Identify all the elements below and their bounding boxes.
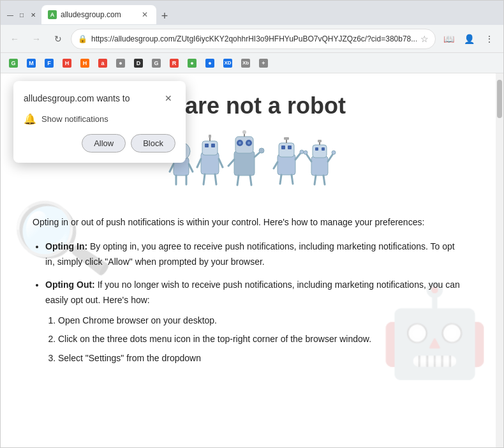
sub-item-3: Select "Settings" from the dropdown bbox=[58, 351, 464, 366]
bookmark-item-0[interactable]: G bbox=[6, 57, 21, 69]
svg-rect-35 bbox=[281, 146, 285, 149]
block-button[interactable]: Block bbox=[131, 134, 175, 153]
svg-rect-13 bbox=[211, 144, 215, 147]
bookmark-favicon-6: ● bbox=[116, 59, 125, 68]
svg-line-16 bbox=[197, 159, 201, 167]
active-tab[interactable]: A alludesgroup.com ✕ bbox=[41, 5, 156, 24]
address-bar[interactable]: 🔒 ☆ bbox=[71, 29, 436, 49]
svg-rect-38 bbox=[284, 137, 289, 140]
svg-point-25 bbox=[248, 142, 250, 144]
bookmark-item-14[interactable]: + bbox=[256, 57, 271, 69]
svg-rect-47 bbox=[322, 147, 325, 151]
svg-line-40 bbox=[295, 153, 300, 160]
opting-out-bold: Opting Out: bbox=[45, 280, 95, 290]
svg-point-27 bbox=[242, 130, 246, 134]
bookmark-item-7[interactable]: D bbox=[131, 57, 146, 69]
bookmark-favicon-7: D bbox=[134, 59, 143, 68]
bookmark-favicon-8: G bbox=[152, 59, 161, 68]
svg-rect-10 bbox=[201, 153, 219, 174]
bookmark-item-11[interactable]: ● bbox=[202, 57, 218, 69]
bookmarks-bar: G M F H H a ● D G R ● ● bbox=[1, 53, 503, 73]
bookmark-favicon-0: G bbox=[9, 59, 18, 68]
svg-line-7 bbox=[189, 164, 193, 172]
sub-item-1: Open Chrome browser on your desktop. bbox=[58, 313, 464, 329]
scrollbar-thumb[interactable] bbox=[497, 80, 502, 118]
close-button[interactable]: ✕ bbox=[29, 10, 38, 19]
popup-header: alludesgroup.com wants to ✕ bbox=[24, 91, 175, 105]
tab-close-button[interactable]: ✕ bbox=[140, 10, 150, 20]
content-area: 🔍 🤖 alludesgroup.com wants to ✕ 🔔 Show n… bbox=[1, 73, 503, 447]
bookmark-item-6[interactable]: ● bbox=[113, 57, 128, 69]
popup-close-button[interactable]: ✕ bbox=[161, 91, 175, 105]
svg-line-52 bbox=[328, 154, 333, 161]
new-tab-button[interactable]: + bbox=[156, 8, 173, 24]
svg-rect-44 bbox=[311, 156, 328, 175]
svg-line-32 bbox=[250, 175, 251, 185]
bookmark-favicon-12: XD bbox=[223, 59, 232, 68]
bell-icon: 🔔 bbox=[24, 113, 36, 125]
svg-rect-20 bbox=[234, 151, 255, 175]
profile-button[interactable]: 👤 bbox=[460, 30, 478, 48]
intro-paragraph: Opting in or out of push notifications i… bbox=[33, 215, 464, 229]
svg-line-31 bbox=[237, 175, 239, 185]
svg-point-30 bbox=[259, 148, 264, 153]
bookmark-item-3[interactable]: H bbox=[59, 57, 75, 69]
svg-rect-36 bbox=[288, 146, 292, 149]
back-button[interactable]: ← bbox=[6, 30, 24, 48]
reading-view-button[interactable]: 📖 bbox=[440, 30, 457, 48]
bookmark-item-4[interactable]: H bbox=[77, 57, 93, 69]
svg-rect-49 bbox=[318, 140, 322, 142]
allow-button[interactable]: Allow bbox=[82, 134, 126, 153]
bookmark-item-8[interactable]: G bbox=[149, 57, 164, 69]
sub-list: Open Chrome browser on your desktop. Cli… bbox=[58, 313, 464, 366]
bookmark-item-1[interactable]: M bbox=[24, 57, 39, 69]
bookmark-item-2[interactable]: F bbox=[41, 57, 57, 69]
svg-line-43 bbox=[292, 175, 293, 184]
opting-out-text: If you no longer wish to receive push no… bbox=[45, 280, 460, 305]
svg-line-54 bbox=[315, 175, 316, 184]
bookmark-favicon-4: H bbox=[80, 59, 89, 68]
svg-rect-34 bbox=[279, 143, 294, 157]
tab-favicon: A bbox=[48, 10, 57, 19]
bookmark-item-9[interactable]: R bbox=[167, 57, 182, 69]
browser-window: — □ ✕ A alludesgroup.com ✕ + ← → ↻ 🔒 ☆ 📖 bbox=[0, 0, 504, 448]
svg-line-17 bbox=[219, 159, 223, 167]
bookmark-favicon-10: ● bbox=[188, 59, 196, 68]
opting-in-text: By opting in, you agree to receive push … bbox=[45, 241, 455, 267]
svg-rect-11 bbox=[202, 141, 218, 155]
refresh-button[interactable]: ↻ bbox=[49, 30, 67, 48]
bookmark-item-13[interactable]: Xb bbox=[238, 57, 253, 69]
svg-point-23 bbox=[239, 142, 241, 144]
svg-line-19 bbox=[215, 174, 216, 184]
bookmark-favicon-3: H bbox=[63, 59, 71, 68]
bookmark-item-5[interactable]: a bbox=[95, 57, 110, 69]
minimize-button[interactable]: — bbox=[6, 10, 15, 19]
bookmark-item-12[interactable]: XD bbox=[220, 57, 235, 69]
bookmark-star-icon[interactable]: ☆ bbox=[420, 34, 429, 44]
bookmark-favicon-9: R bbox=[170, 59, 179, 68]
list-item-opting-in: Opting In: By opting in, you agree to re… bbox=[45, 239, 464, 270]
bookmark-item-10[interactable]: ● bbox=[184, 57, 200, 69]
forward-button[interactable]: → bbox=[27, 30, 45, 48]
list-item-opting-out: Opting Out: If you no longer wish to rec… bbox=[45, 278, 464, 366]
svg-line-18 bbox=[204, 174, 205, 184]
svg-point-51 bbox=[304, 151, 308, 154]
svg-rect-15 bbox=[209, 135, 211, 138]
svg-rect-46 bbox=[315, 147, 318, 151]
popup-title: alludesgroup.com wants to bbox=[24, 93, 130, 103]
popup-buttons: Allow Block bbox=[24, 134, 175, 153]
opting-in-bold: Opting In: bbox=[45, 241, 87, 251]
maximize-button[interactable]: □ bbox=[17, 10, 26, 19]
notification-popup: alludesgroup.com wants to ✕ 🔔 Show notif… bbox=[13, 81, 186, 163]
svg-line-29 bbox=[255, 152, 260, 157]
svg-rect-33 bbox=[278, 154, 295, 175]
svg-line-28 bbox=[228, 160, 234, 166]
tab-title: alludesgroup.com bbox=[61, 10, 136, 19]
svg-point-53 bbox=[332, 151, 336, 154]
svg-line-55 bbox=[323, 175, 325, 184]
svg-line-39 bbox=[274, 162, 278, 168]
bookmark-favicon-13: Xb bbox=[241, 59, 250, 68]
scrollbar-track[interactable] bbox=[496, 73, 503, 447]
menu-button[interactable]: ⋮ bbox=[480, 30, 498, 48]
url-input[interactable] bbox=[91, 34, 417, 43]
